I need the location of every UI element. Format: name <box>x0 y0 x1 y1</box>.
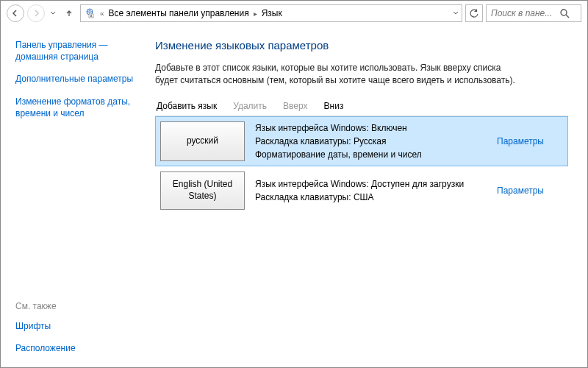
language-tag: English (United States) <box>160 171 245 210</box>
address-bar: A « Все элементы панели управления ▸ Язы… <box>1 1 587 26</box>
language-options-cell: Параметры <box>497 121 563 161</box>
page-title: Изменение языковых параметров <box>155 39 568 52</box>
chevron-down-icon[interactable] <box>453 10 459 16</box>
svg-point-3 <box>561 10 567 15</box>
back-button[interactable] <box>7 4 24 22</box>
history-dropdown[interactable] <box>48 4 58 22</box>
language-detail: Раскладка клавиатуры: Русская <box>255 135 487 148</box>
main-panel: Изменение языковых параметров Добавьте в… <box>148 26 587 367</box>
breadcrumb-path[interactable]: A « Все элементы панели управления ▸ Язы… <box>80 4 462 22</box>
arrow-right-icon <box>32 9 40 18</box>
language-row[interactable]: русский Язык интерфейса Windows: Включен… <box>155 116 568 166</box>
svg-text:A: A <box>90 14 93 18</box>
language-info: Язык интерфейса Windows: Доступен для за… <box>255 171 487 210</box>
language-detail: Язык интерфейса Windows: Доступен для за… <box>255 177 487 191</box>
arrow-up-icon <box>64 8 74 18</box>
language-detail: Раскладка клавиатуры: США <box>255 191 487 204</box>
sidebar-link-advanced[interactable]: Дополнительные параметры <box>15 73 140 85</box>
add-language-button[interactable]: Добавить язык <box>157 101 217 111</box>
breadcrumb-segment[interactable]: Язык <box>262 8 282 18</box>
sidebar-link-home[interactable]: Панель управления — домашняя страница <box>15 39 140 63</box>
language-info: Язык интерфейса Windows: Включен Расклад… <box>255 121 487 161</box>
remove-button[interactable]: Удалить <box>233 101 267 111</box>
chevron-right-icon: ▸ <box>252 10 259 18</box>
up-button[interactable] <box>61 5 77 21</box>
options-link[interactable]: Параметры <box>497 185 544 196</box>
chevron-down-icon <box>50 10 56 16</box>
move-down-button[interactable]: Вниз <box>324 101 344 111</box>
refresh-button[interactable] <box>465 4 483 22</box>
language-options-cell: Параметры <box>497 171 563 210</box>
arrow-left-icon <box>11 9 20 18</box>
control-panel-window: A « Все элементы панели управления ▸ Язы… <box>0 0 588 368</box>
options-link[interactable]: Параметры <box>497 136 544 146</box>
language-toolbar: Добавить язык Удалить Вверх Вниз <box>155 101 568 111</box>
search-input[interactable] <box>491 8 557 18</box>
page-description: Добавьте в этот список языки, которые вы… <box>155 62 523 88</box>
language-detail: Язык интерфейса Windows: Включен <box>255 121 487 135</box>
sidebar-link-formats[interactable]: Изменение форматов даты, времени и чисел <box>15 96 140 119</box>
language-row[interactable]: English (United States) Язык интерфейса … <box>155 166 568 215</box>
sidebar-link-location[interactable]: Расположение <box>15 342 140 354</box>
sidebar: Панель управления — домашняя страница До… <box>1 26 148 367</box>
language-icon: A <box>84 7 96 19</box>
svg-line-4 <box>566 15 569 18</box>
window-body: Панель управления — домашняя страница До… <box>1 26 587 367</box>
chevron-icon: « <box>98 10 106 18</box>
language-detail: Форматирование даты, времени и чисел <box>255 148 487 161</box>
language-list: русский Язык интерфейса Windows: Включен… <box>155 116 568 215</box>
move-up-button[interactable]: Вверх <box>283 101 307 111</box>
search-icon <box>560 9 570 18</box>
breadcrumb-segment[interactable]: Все элементы панели управления <box>109 8 249 18</box>
see-also-heading: См. также <box>15 301 148 311</box>
search-box[interactable] <box>486 4 581 22</box>
forward-button[interactable] <box>27 4 45 22</box>
sidebar-link-fonts[interactable]: Шрифты <box>15 320 140 332</box>
refresh-icon <box>470 9 479 18</box>
language-tag: русский <box>160 121 245 161</box>
